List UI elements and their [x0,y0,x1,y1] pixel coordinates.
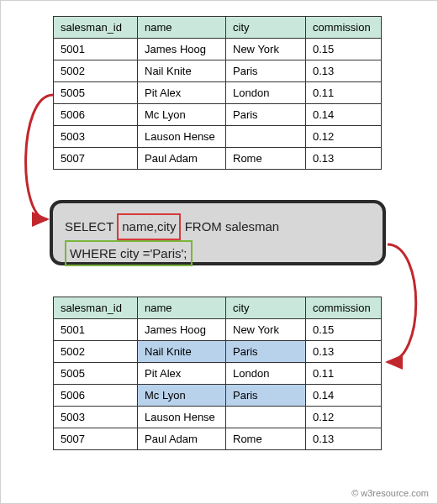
cell-comm: 0.15 [306,319,382,341]
table-row: 5001 James Hoog New York 0.15 [54,319,382,341]
where-clause-box: WHERE city ='Paris'; [65,240,193,267]
cell-name: James Hoog [138,39,226,60]
cell-id: 5003 [54,407,138,428]
cell-city: Rome [226,148,306,170]
result-table: salesman_id name city commission 5001 Ja… [53,297,382,450]
cell-comm: 0.11 [306,363,382,385]
cell-name: James Hoog [138,319,226,341]
credit-text: © w3resource.com [351,488,429,498]
cell-comm: 0.15 [306,39,382,60]
cell-id: 5006 [54,385,138,407]
table-header-row: salesman_id name city commission [54,17,382,39]
cell-id: 5001 [54,319,138,341]
select-columns-box: name,city [117,213,181,240]
cell-id: 5001 [54,39,138,60]
cell-id: 5002 [54,60,138,82]
cell-name: Nail Knite [138,341,226,363]
cell-name: Paul Adam [138,428,226,450]
table-row: 5001 James Hoog New York 0.15 [54,39,382,60]
cell-id: 5006 [54,104,138,126]
cell-name: Nail Knite [138,60,226,82]
cell-city: London [226,82,306,104]
table-row: 5006 Mc Lyon Paris 0.14 [54,385,382,407]
select-keyword: SELECT [65,219,113,234]
table-row: 5003 Lauson Hense 0.12 [54,126,382,148]
cell-comm: 0.12 [306,407,382,428]
cell-city: London [226,363,306,385]
cell-comm: 0.14 [306,104,382,126]
table-row: 5007 Paul Adam Rome 0.13 [54,428,382,450]
cell-name: Mc Lyon [138,104,226,126]
table-row: 5005 Pit Alex London 0.11 [54,82,382,104]
header-commission: commission [306,297,382,319]
cell-comm: 0.13 [306,428,382,450]
cell-name: Pit Alex [138,363,226,385]
table-header-row: salesman_id name city commission [54,297,382,319]
cell-comm: 0.12 [306,126,382,148]
source-table: salesman_id name city commission 5001 Ja… [53,16,382,170]
cell-city [226,126,306,148]
cell-city: New York [226,319,306,341]
cell-name: Pit Alex [138,82,226,104]
cell-name: Lauson Hense [138,126,226,148]
query-line-2: WHERE city ='Paris'; [65,240,371,267]
header-city: city [226,297,306,319]
cell-id: 5002 [54,341,138,363]
cell-comm: 0.11 [306,82,382,104]
header-commission: commission [306,17,382,39]
cell-city: Paris [226,341,306,363]
header-city: city [226,17,306,39]
cell-id: 5007 [54,428,138,450]
cell-name: Paul Adam [138,148,226,170]
header-salesman-id: salesman_id [54,297,138,319]
cell-comm: 0.13 [306,60,382,82]
table-row: 5007 Paul Adam Rome 0.13 [54,148,382,170]
cell-id: 5005 [54,82,138,104]
cell-city: Paris [226,104,306,126]
cell-comm: 0.13 [306,341,382,363]
header-name: name [138,17,226,39]
cell-id: 5007 [54,148,138,170]
cell-city: New York [226,39,306,60]
cell-city: Rome [226,428,306,450]
cell-city: Paris [226,385,306,407]
sql-query-box: SELECT name,city FROM salesman WHERE cit… [50,200,386,265]
table-row: 5002 Nail Knite Paris 0.13 [54,60,382,82]
cell-comm: 0.13 [306,148,382,170]
cell-city [226,407,306,428]
header-name: name [138,297,226,319]
header-salesman-id: salesman_id [54,17,138,39]
query-line-1: SELECT name,city FROM salesman [65,213,371,240]
diagram-canvas: salesman_id name city commission 5001 Ja… [0,0,438,504]
cell-id: 5003 [54,126,138,148]
cell-city: Paris [226,60,306,82]
table-row: 5005 Pit Alex London 0.11 [54,363,382,385]
cell-name: Mc Lyon [138,385,226,407]
table-row: 5006 Mc Lyon Paris 0.14 [54,104,382,126]
from-clause: FROM salesman [185,219,280,234]
table-row: 5002 Nail Knite Paris 0.13 [54,341,382,363]
table-row: 5003 Lauson Hense 0.12 [54,407,382,428]
cell-id: 5005 [54,363,138,385]
cell-name: Lauson Hense [138,407,226,428]
cell-comm: 0.14 [306,385,382,407]
